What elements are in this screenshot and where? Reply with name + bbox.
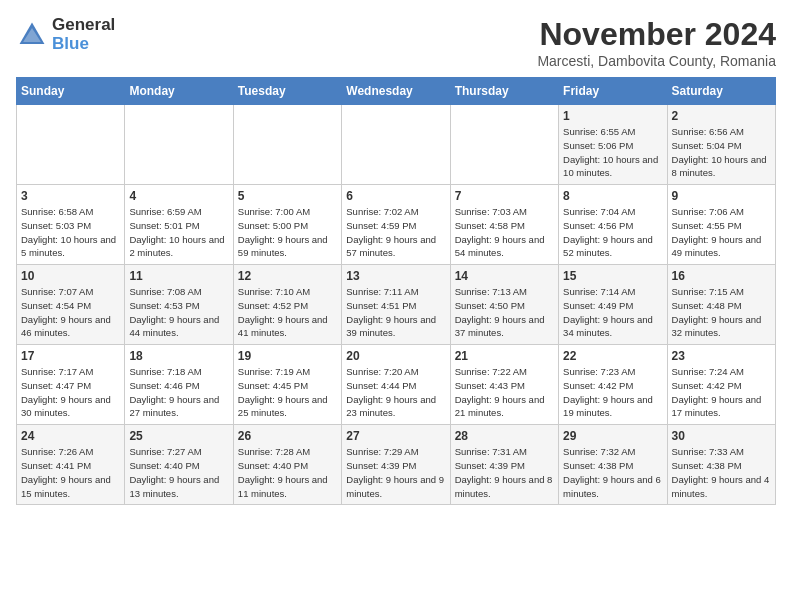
day-number: 29 xyxy=(563,429,662,443)
week-row-1: 1Sunrise: 6:55 AMSunset: 5:06 PMDaylight… xyxy=(17,105,776,185)
day-info: Sunrise: 7:28 AMSunset: 4:40 PMDaylight:… xyxy=(238,445,337,500)
day-number: 18 xyxy=(129,349,228,363)
day-info: Sunrise: 7:10 AMSunset: 4:52 PMDaylight:… xyxy=(238,285,337,340)
week-row-2: 3Sunrise: 6:58 AMSunset: 5:03 PMDaylight… xyxy=(17,185,776,265)
week-row-3: 10Sunrise: 7:07 AMSunset: 4:54 PMDayligh… xyxy=(17,265,776,345)
day-number: 7 xyxy=(455,189,554,203)
day-info: Sunrise: 7:17 AMSunset: 4:47 PMDaylight:… xyxy=(21,365,120,420)
day-info: Sunrise: 6:59 AMSunset: 5:01 PMDaylight:… xyxy=(129,205,228,260)
logo-text: General Blue xyxy=(52,16,115,53)
day-cell: 9Sunrise: 7:06 AMSunset: 4:55 PMDaylight… xyxy=(667,185,775,265)
day-cell: 19Sunrise: 7:19 AMSunset: 4:45 PMDayligh… xyxy=(233,345,341,425)
day-cell: 3Sunrise: 6:58 AMSunset: 5:03 PMDaylight… xyxy=(17,185,125,265)
day-cell: 10Sunrise: 7:07 AMSunset: 4:54 PMDayligh… xyxy=(17,265,125,345)
week-row-5: 24Sunrise: 7:26 AMSunset: 4:41 PMDayligh… xyxy=(17,425,776,505)
day-number: 1 xyxy=(563,109,662,123)
day-info: Sunrise: 7:20 AMSunset: 4:44 PMDaylight:… xyxy=(346,365,445,420)
day-cell: 1Sunrise: 6:55 AMSunset: 5:06 PMDaylight… xyxy=(559,105,667,185)
day-cell: 30Sunrise: 7:33 AMSunset: 4:38 PMDayligh… xyxy=(667,425,775,505)
day-number: 8 xyxy=(563,189,662,203)
day-cell xyxy=(17,105,125,185)
day-info: Sunrise: 7:22 AMSunset: 4:43 PMDaylight:… xyxy=(455,365,554,420)
header-day-monday: Monday xyxy=(125,78,233,105)
day-cell: 27Sunrise: 7:29 AMSunset: 4:39 PMDayligh… xyxy=(342,425,450,505)
day-number: 20 xyxy=(346,349,445,363)
day-cell: 21Sunrise: 7:22 AMSunset: 4:43 PMDayligh… xyxy=(450,345,558,425)
day-info: Sunrise: 7:04 AMSunset: 4:56 PMDaylight:… xyxy=(563,205,662,260)
day-number: 23 xyxy=(672,349,771,363)
day-cell: 4Sunrise: 6:59 AMSunset: 5:01 PMDaylight… xyxy=(125,185,233,265)
day-info: Sunrise: 7:19 AMSunset: 4:45 PMDaylight:… xyxy=(238,365,337,420)
logo-general: General xyxy=(52,16,115,35)
day-cell xyxy=(450,105,558,185)
day-info: Sunrise: 7:11 AMSunset: 4:51 PMDaylight:… xyxy=(346,285,445,340)
day-info: Sunrise: 7:29 AMSunset: 4:39 PMDaylight:… xyxy=(346,445,445,500)
day-cell: 20Sunrise: 7:20 AMSunset: 4:44 PMDayligh… xyxy=(342,345,450,425)
day-number: 22 xyxy=(563,349,662,363)
day-info: Sunrise: 7:27 AMSunset: 4:40 PMDaylight:… xyxy=(129,445,228,500)
header-day-wednesday: Wednesday xyxy=(342,78,450,105)
header-row: SundayMondayTuesdayWednesdayThursdayFrid… xyxy=(17,78,776,105)
day-number: 25 xyxy=(129,429,228,443)
day-cell: 7Sunrise: 7:03 AMSunset: 4:58 PMDaylight… xyxy=(450,185,558,265)
day-cell: 17Sunrise: 7:17 AMSunset: 4:47 PMDayligh… xyxy=(17,345,125,425)
day-number: 28 xyxy=(455,429,554,443)
logo-blue: Blue xyxy=(52,35,115,54)
day-cell: 25Sunrise: 7:27 AMSunset: 4:40 PMDayligh… xyxy=(125,425,233,505)
location-subtitle: Marcesti, Dambovita County, Romania xyxy=(537,53,776,69)
day-cell: 24Sunrise: 7:26 AMSunset: 4:41 PMDayligh… xyxy=(17,425,125,505)
day-cell: 22Sunrise: 7:23 AMSunset: 4:42 PMDayligh… xyxy=(559,345,667,425)
day-number: 3 xyxy=(21,189,120,203)
day-number: 16 xyxy=(672,269,771,283)
day-cell: 15Sunrise: 7:14 AMSunset: 4:49 PMDayligh… xyxy=(559,265,667,345)
day-cell: 26Sunrise: 7:28 AMSunset: 4:40 PMDayligh… xyxy=(233,425,341,505)
header-day-tuesday: Tuesday xyxy=(233,78,341,105)
day-info: Sunrise: 7:23 AMSunset: 4:42 PMDaylight:… xyxy=(563,365,662,420)
day-info: Sunrise: 7:31 AMSunset: 4:39 PMDaylight:… xyxy=(455,445,554,500)
day-cell: 8Sunrise: 7:04 AMSunset: 4:56 PMDaylight… xyxy=(559,185,667,265)
day-number: 2 xyxy=(672,109,771,123)
day-cell xyxy=(125,105,233,185)
week-row-4: 17Sunrise: 7:17 AMSunset: 4:47 PMDayligh… xyxy=(17,345,776,425)
day-cell: 14Sunrise: 7:13 AMSunset: 4:50 PMDayligh… xyxy=(450,265,558,345)
page-header: General Blue November 2024 Marcesti, Dam… xyxy=(16,16,776,69)
day-cell: 6Sunrise: 7:02 AMSunset: 4:59 PMDaylight… xyxy=(342,185,450,265)
header-day-friday: Friday xyxy=(559,78,667,105)
day-info: Sunrise: 7:02 AMSunset: 4:59 PMDaylight:… xyxy=(346,205,445,260)
day-cell: 18Sunrise: 7:18 AMSunset: 4:46 PMDayligh… xyxy=(125,345,233,425)
day-number: 13 xyxy=(346,269,445,283)
day-cell: 13Sunrise: 7:11 AMSunset: 4:51 PMDayligh… xyxy=(342,265,450,345)
header-day-saturday: Saturday xyxy=(667,78,775,105)
day-info: Sunrise: 7:32 AMSunset: 4:38 PMDaylight:… xyxy=(563,445,662,500)
logo[interactable]: General Blue xyxy=(16,16,115,53)
day-number: 27 xyxy=(346,429,445,443)
day-cell: 28Sunrise: 7:31 AMSunset: 4:39 PMDayligh… xyxy=(450,425,558,505)
day-number: 9 xyxy=(672,189,771,203)
day-info: Sunrise: 6:56 AMSunset: 5:04 PMDaylight:… xyxy=(672,125,771,180)
day-number: 14 xyxy=(455,269,554,283)
day-cell xyxy=(342,105,450,185)
day-cell: 11Sunrise: 7:08 AMSunset: 4:53 PMDayligh… xyxy=(125,265,233,345)
day-number: 26 xyxy=(238,429,337,443)
month-title: November 2024 xyxy=(537,16,776,53)
day-cell: 2Sunrise: 6:56 AMSunset: 5:04 PMDaylight… xyxy=(667,105,775,185)
day-cell: 5Sunrise: 7:00 AMSunset: 5:00 PMDaylight… xyxy=(233,185,341,265)
day-info: Sunrise: 7:13 AMSunset: 4:50 PMDaylight:… xyxy=(455,285,554,340)
day-number: 4 xyxy=(129,189,228,203)
header-day-thursday: Thursday xyxy=(450,78,558,105)
day-cell: 12Sunrise: 7:10 AMSunset: 4:52 PMDayligh… xyxy=(233,265,341,345)
day-number: 11 xyxy=(129,269,228,283)
day-info: Sunrise: 7:08 AMSunset: 4:53 PMDaylight:… xyxy=(129,285,228,340)
day-number: 17 xyxy=(21,349,120,363)
day-info: Sunrise: 7:18 AMSunset: 4:46 PMDaylight:… xyxy=(129,365,228,420)
day-number: 12 xyxy=(238,269,337,283)
day-number: 19 xyxy=(238,349,337,363)
day-info: Sunrise: 7:00 AMSunset: 5:00 PMDaylight:… xyxy=(238,205,337,260)
day-info: Sunrise: 7:14 AMSunset: 4:49 PMDaylight:… xyxy=(563,285,662,340)
day-info: Sunrise: 7:15 AMSunset: 4:48 PMDaylight:… xyxy=(672,285,771,340)
day-number: 10 xyxy=(21,269,120,283)
day-info: Sunrise: 6:58 AMSunset: 5:03 PMDaylight:… xyxy=(21,205,120,260)
day-cell xyxy=(233,105,341,185)
day-info: Sunrise: 6:55 AMSunset: 5:06 PMDaylight:… xyxy=(563,125,662,180)
day-cell: 29Sunrise: 7:32 AMSunset: 4:38 PMDayligh… xyxy=(559,425,667,505)
